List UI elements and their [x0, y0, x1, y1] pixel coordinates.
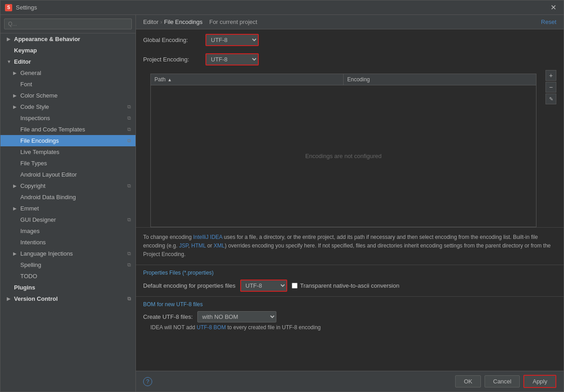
copy-icon-copyright: ⧉	[127, 183, 131, 189]
project-encoding-select[interactable]: UTF-8 UTF-16 ISO-8859-1	[205, 53, 259, 65]
sidebar-item-spelling[interactable]: Spelling ⧉	[0, 259, 135, 271]
sidebar-item-copyright[interactable]: ▶ Copyright ⧉	[0, 180, 135, 191]
sidebar-item-file-encodings[interactable]: File Encodings ⧉	[0, 135, 135, 146]
sidebar-item-general[interactable]: ▶ General	[0, 67, 135, 79]
sidebar-label-images: Images	[20, 228, 40, 234]
global-encoding-select[interactable]: UTF-8 UTF-16 ISO-8859-1	[205, 34, 259, 46]
remove-row-button[interactable]: −	[545, 82, 556, 93]
project-encoding-label: Project Encoding:	[143, 56, 202, 63]
sidebar-item-todo[interactable]: TODO	[0, 271, 135, 282]
sidebar-label-intentions: Intentions	[20, 239, 46, 246]
copy-icon-code-style: ⧉	[127, 104, 131, 110]
project-encoding-row: Project Encoding: UTF-8 UTF-16 ISO-8859-…	[136, 49, 564, 68]
bom-section: BOM for new UTF-8 files Create UTF-8 fil…	[136, 296, 564, 339]
transparent-label: Transparent native-to-ascii conversion	[300, 282, 400, 289]
sidebar-item-language-injections[interactable]: ▶ Language Injections ⧉	[0, 248, 135, 259]
sidebar-item-live-templates[interactable]: Live Templates	[0, 146, 135, 158]
sidebar-label-file-code-templates: File and Code Templates	[20, 126, 85, 133]
sidebar-item-emmet[interactable]: ▶ Emmet	[0, 203, 135, 214]
sidebar-label-android-layout: Android Layout Editor	[20, 171, 77, 178]
sidebar-item-code-style[interactable]: ▶ Code Style ⧉	[0, 101, 135, 112]
chevron-right-icon7: ▶	[13, 251, 19, 256]
breadcrumb-current: File Encodings	[164, 19, 202, 25]
chevron-right-icon: ▶	[7, 37, 12, 42]
bom-section-title: BOM for new UTF-8 files	[143, 301, 556, 308]
sidebar-label-version-control: Version Control	[14, 295, 58, 302]
chevron-right-icon5: ▶	[13, 183, 19, 188]
sidebar-item-file-types[interactable]: File Types	[0, 158, 135, 169]
properties-encoding-select[interactable]: UTF-8 UTF-16 ISO-8859-1	[240, 280, 287, 292]
main-content-area: ▶ Appearance & Behavior Keymap ▼ Editor …	[0, 15, 564, 392]
sidebar-item-android-layout[interactable]: Android Layout Editor	[0, 169, 135, 180]
sidebar-item-appearance[interactable]: ▶ Appearance & Behavior	[0, 33, 135, 45]
default-encoding-label: Default encoding for properties files	[143, 282, 236, 289]
table-col-encoding-header: Encoding	[344, 74, 536, 85]
sidebar-label-keymap: Keymap	[14, 47, 37, 54]
copy-icon-inspections: ⧉	[127, 115, 131, 121]
bom-row: Create UTF-8 files: with NO BOM with BOM…	[143, 311, 556, 322]
action-buttons: OK Cancel Apply	[455, 375, 556, 388]
chevron-right-icon4: ▶	[13, 104, 19, 109]
sidebar-item-font[interactable]: Font	[0, 79, 135, 90]
chevron-right-icon3: ▶	[13, 93, 19, 98]
title-bar: S Settings ✕	[0, 0, 564, 15]
panel-header: Editor › File Encodings For current proj…	[136, 15, 564, 29]
sidebar-item-color-scheme[interactable]: ▶ Color Scheme	[0, 90, 135, 101]
sidebar-label-file-types: File Types	[20, 160, 47, 167]
sidebar-label-general: General	[20, 70, 41, 76]
breadcrumb: Editor › File Encodings For current proj…	[143, 19, 257, 25]
sidebar-item-keymap[interactable]: Keymap	[0, 45, 135, 56]
breadcrumb-parent: Editor	[143, 19, 158, 25]
sidebar-label-emmet: Emmet	[20, 205, 39, 212]
sidebar-label-inspections: Inspections	[20, 115, 50, 121]
panel-content: Global Encoding: UTF-8 UTF-16 ISO-8859-1…	[136, 29, 564, 371]
transparent-checkbox[interactable]	[292, 283, 298, 289]
encoding-table: Path ▲ Encoding Encodings are not config…	[150, 74, 536, 227]
jsp-link[interactable]: JSP	[179, 243, 188, 249]
sidebar-label-todo: TODO	[20, 273, 37, 280]
cancel-button[interactable]: Cancel	[485, 375, 520, 387]
sidebar-item-editor[interactable]: ▼ Editor	[0, 56, 135, 67]
copy-icon-spelling: ⧉	[127, 262, 131, 268]
sidebar-item-file-code-templates[interactable]: File and Code Templates ⧉	[0, 124, 135, 135]
utf8-bom-link[interactable]: UTF-8 BOM	[196, 324, 226, 331]
sidebar-label-font: Font	[20, 81, 32, 88]
table-col-path-header: Path ▲	[151, 74, 344, 85]
footer: ? OK Cancel Apply	[136, 371, 564, 392]
sidebar-item-plugins[interactable]: Plugins	[0, 282, 135, 293]
apply-button[interactable]: Apply	[523, 375, 556, 388]
copy-icon-language-injections: ⧉	[127, 251, 131, 257]
chevron-right-icon2: ▶	[13, 70, 19, 75]
transparent-checkbox-row: Transparent native-to-ascii conversion	[292, 282, 400, 289]
intellij-link[interactable]: IntelliJ IDEA	[193, 234, 223, 240]
sidebar-item-images[interactable]: Images	[0, 225, 135, 237]
sidebar-label-file-encodings: File Encodings	[20, 137, 59, 144]
sidebar-label-language-injections: Language Injections	[20, 250, 73, 257]
sidebar-label-color-scheme: Color Scheme	[20, 92, 57, 99]
app-icon: S	[5, 4, 12, 11]
bom-note: IDEA will NOT add UTF-8 BOM to every cre…	[143, 322, 556, 334]
sidebar-item-android-data[interactable]: Android Data Binding	[0, 191, 135, 203]
edit-row-button[interactable]: ✎	[545, 93, 556, 104]
sidebar-label-spelling: Spelling	[20, 261, 41, 268]
ok-button[interactable]: OK	[455, 375, 481, 387]
bom-create-label: Create UTF-8 files:	[143, 313, 193, 320]
sidebar-item-gui-designer[interactable]: GUI Designer ⧉	[0, 214, 135, 225]
table-wrapper: Path ▲ Encoding Encodings are not config…	[143, 70, 556, 227]
xml-link[interactable]: XML	[214, 243, 225, 249]
bom-select[interactable]: with NO BOM with BOM with BOM if Windows	[197, 311, 276, 322]
reset-button[interactable]: Reset	[541, 19, 556, 25]
sidebar-item-intentions[interactable]: Intentions	[0, 237, 135, 248]
sidebar-item-inspections[interactable]: Inspections ⧉	[0, 112, 135, 124]
copy-icon-version-control: ⧉	[127, 296, 131, 302]
html-link[interactable]: HTML	[191, 243, 206, 249]
sidebar-item-version-control[interactable]: ▶ Version Control ⧉	[0, 293, 135, 304]
add-row-button[interactable]: +	[545, 70, 556, 81]
sort-asc-icon: ▲	[168, 77, 172, 82]
sidebar: ▶ Appearance & Behavior Keymap ▼ Editor …	[0, 15, 136, 392]
close-button[interactable]: ✕	[548, 2, 559, 13]
sidebar-label-appearance: Appearance & Behavior	[14, 36, 80, 42]
search-input[interactable]	[4, 19, 132, 29]
chevron-right-icon6: ▶	[13, 206, 19, 211]
help-button[interactable]: ?	[143, 377, 152, 386]
